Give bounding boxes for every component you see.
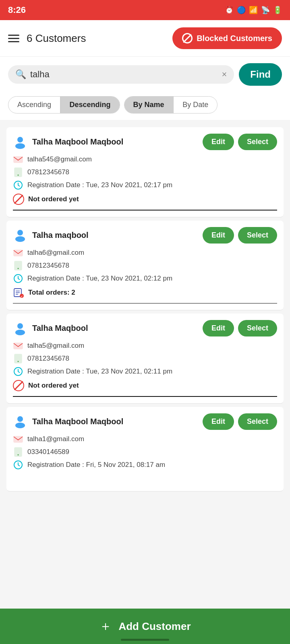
regdate-row: Registration Date : Tue, 23 Nov 2021, 02… bbox=[13, 273, 277, 284]
svg-rect-18 bbox=[14, 343, 23, 349]
svg-rect-23 bbox=[14, 436, 23, 442]
regdate-row: Registration Date : Tue, 23 Nov 2021, 02… bbox=[13, 366, 277, 377]
action-buttons: Edit Select bbox=[203, 134, 277, 150]
search-input[interactable] bbox=[30, 69, 218, 80]
not-ordered-icon bbox=[13, 380, 24, 391]
phone-row: 07812345678 bbox=[13, 353, 277, 364]
svg-text:✓: ✓ bbox=[21, 295, 23, 298]
customer-name-row: Talha maqbool bbox=[13, 228, 89, 242]
customer-name: Talha maqbool bbox=[32, 231, 89, 240]
person-icon bbox=[13, 228, 27, 242]
person-icon bbox=[13, 414, 27, 429]
customer-header: Talha maqbool Edit Select bbox=[13, 227, 277, 244]
email-text: talha545@gmail.com bbox=[27, 155, 92, 163]
customer-header: Talha Maqbool Maqbool Edit Select bbox=[13, 134, 277, 150]
email-icon bbox=[13, 341, 23, 351]
svg-point-21 bbox=[17, 416, 23, 422]
regdate-row: Registration Date : Fri, 5 Nov 2021, 08:… bbox=[13, 460, 277, 470]
svg-point-5 bbox=[17, 230, 23, 235]
order-status-row bbox=[13, 473, 277, 485]
regdate-text: Registration Date : Fri, 5 Nov 2021, 08:… bbox=[27, 461, 165, 469]
ascending-button[interactable]: Ascending bbox=[8, 97, 60, 113]
svg-point-16 bbox=[17, 323, 23, 329]
search-icon: 🔍 bbox=[15, 69, 26, 80]
action-buttons: Edit Select bbox=[203, 413, 277, 430]
edit-button-1[interactable]: Edit bbox=[203, 227, 234, 244]
order-status-row: Not ordered yet bbox=[13, 194, 277, 205]
order-status-text: Not ordered yet bbox=[28, 195, 79, 203]
edit-button-0[interactable]: Edit bbox=[203, 134, 234, 150]
email-icon bbox=[13, 154, 23, 165]
clear-button[interactable]: × bbox=[222, 69, 227, 80]
by-name-button[interactable]: By Name bbox=[124, 97, 173, 113]
clock-icon bbox=[13, 180, 23, 190]
email-row: talha1@gmail.com bbox=[13, 434, 277, 444]
add-customer-text: Add Customer bbox=[118, 620, 191, 633]
phone-row: 07812345678 bbox=[13, 167, 277, 178]
phone-row: 03340146589 bbox=[13, 447, 277, 457]
customer-header: Talha Maqbool Edit Select bbox=[13, 320, 277, 336]
bluetooth-icon: 🔵 bbox=[237, 6, 246, 14]
battery-icon: 🔋 bbox=[273, 6, 282, 14]
select-button-1[interactable]: Select bbox=[238, 227, 277, 244]
sort-area: Ascending Descending By Name By Date bbox=[0, 92, 290, 120]
add-icon: ＋ bbox=[99, 617, 112, 635]
customer-name-row: Talha Maqbool bbox=[13, 321, 88, 336]
svg-point-22 bbox=[15, 423, 25, 428]
by-date-button[interactable]: By Date bbox=[174, 97, 217, 113]
svg-point-0 bbox=[17, 137, 23, 142]
customer-list: Talha Maqbool Maqbool Edit Select talha5… bbox=[0, 120, 290, 543]
phone-text: 03340146589 bbox=[27, 448, 69, 456]
field-sort-group: By Name By Date bbox=[124, 96, 218, 114]
svg-point-24 bbox=[18, 454, 19, 455]
select-button-0[interactable]: Select bbox=[238, 134, 277, 150]
blocked-customers-button[interactable]: Blocked Customers bbox=[172, 27, 282, 49]
signal-icon: 📡 bbox=[261, 6, 270, 14]
person-icon bbox=[13, 321, 27, 336]
phone-text: 07812345678 bbox=[27, 168, 69, 176]
regdate-row: Registration Date : Tue, 23 Nov 2021, 02… bbox=[13, 180, 277, 190]
email-row: talha545@gmail.com bbox=[13, 154, 277, 165]
phone-icon bbox=[13, 260, 23, 271]
card-divider bbox=[13, 303, 277, 304]
customer-card: Talha Maqbool Maqbool Edit Select talha5… bbox=[6, 127, 284, 217]
svg-rect-7 bbox=[14, 250, 23, 256]
card-divider bbox=[13, 210, 277, 211]
orders-icon: ✓ bbox=[13, 287, 24, 298]
find-button[interactable]: Find bbox=[239, 63, 282, 86]
select-button-3[interactable]: Select bbox=[238, 413, 277, 430]
select-button-2[interactable]: Select bbox=[238, 320, 277, 336]
edit-button-2[interactable]: Edit bbox=[203, 320, 234, 336]
blocked-icon bbox=[182, 33, 193, 43]
svg-point-3 bbox=[18, 175, 19, 176]
search-box: 🔍 × bbox=[8, 65, 234, 84]
app-header: 6 Customers Blocked Customers bbox=[0, 20, 290, 57]
status-time: 8:26 bbox=[8, 5, 26, 15]
order-status-text: Total orders: 2 bbox=[28, 289, 75, 297]
svg-point-19 bbox=[18, 361, 19, 362]
person-icon bbox=[13, 135, 27, 149]
phone-icon bbox=[13, 447, 23, 457]
status-bar: 8:26 ⏰ 🔵 📶 📡 🔋 bbox=[0, 0, 290, 20]
customer-name: Talha Maqbool Maqbool bbox=[32, 417, 123, 426]
edit-button-3[interactable]: Edit bbox=[203, 413, 234, 430]
customer-header: Talha Maqbool Maqbool Edit Select bbox=[13, 413, 277, 430]
phone-text: 07812345678 bbox=[27, 355, 69, 363]
svg-point-8 bbox=[18, 268, 19, 269]
blocked-customers-label: Blocked Customers bbox=[197, 34, 272, 43]
not-ordered-icon bbox=[13, 194, 24, 205]
customer-card: Talha maqbool Edit Select talha6@gmail.c… bbox=[6, 221, 284, 311]
wifi-icon: 📶 bbox=[249, 6, 258, 14]
descending-button[interactable]: Descending bbox=[61, 97, 120, 113]
header-left: 6 Customers bbox=[8, 32, 86, 45]
svg-point-6 bbox=[15, 236, 25, 242]
customer-name: Talha Maqbool Maqbool bbox=[32, 137, 123, 147]
regdate-text: Registration Date : Tue, 23 Nov 2021, 02… bbox=[27, 275, 172, 283]
alarm-icon: ⏰ bbox=[225, 6, 234, 14]
customer-name-row: Talha Maqbool Maqbool bbox=[13, 414, 123, 429]
menu-button[interactable] bbox=[8, 35, 19, 42]
page-title: 6 Customers bbox=[27, 32, 86, 45]
status-icons: ⏰ 🔵 📶 📡 🔋 bbox=[225, 6, 282, 14]
regdate-text: Registration Date : Tue, 23 Nov 2021, 02… bbox=[27, 181, 172, 189]
email-row: talha6@gmail.com bbox=[13, 248, 277, 258]
